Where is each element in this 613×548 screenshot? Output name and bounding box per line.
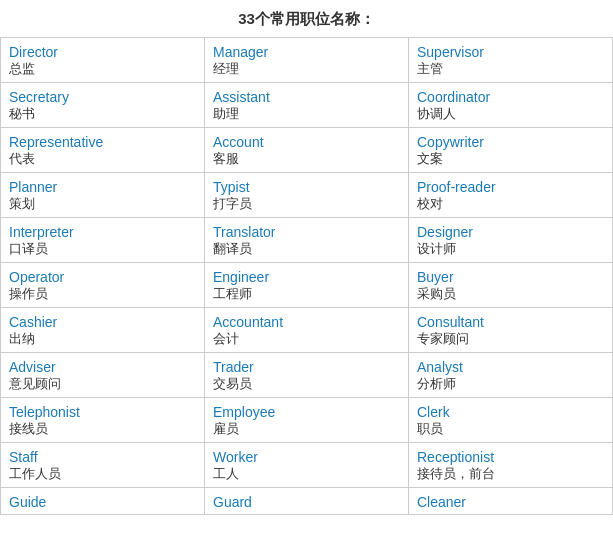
job-english: Guide	[9, 494, 196, 510]
table-cell: Interpreter口译员	[1, 218, 205, 263]
job-english: Coordinator	[417, 89, 604, 105]
job-chinese: 接待员，前台	[417, 465, 604, 483]
job-english: Designer	[417, 224, 604, 240]
job-english: Secretary	[9, 89, 196, 105]
table-cell: Guard	[205, 488, 409, 515]
table-cell: Assistant助理	[205, 83, 409, 128]
job-chinese: 打字员	[213, 195, 400, 213]
table-cell: Trader交易员	[205, 353, 409, 398]
job-chinese: 工人	[213, 465, 400, 483]
job-english: Receptionist	[417, 449, 604, 465]
job-chinese: 总监	[9, 60, 196, 78]
table-cell: Supervisor主管	[409, 38, 613, 83]
job-english: Guard	[213, 494, 400, 510]
job-chinese: 口译员	[9, 240, 196, 258]
job-english: Cashier	[9, 314, 196, 330]
table-cell: Cleaner	[409, 488, 613, 515]
table-cell: Staff工作人员	[1, 443, 205, 488]
table-cell: Cashier出纳	[1, 308, 205, 353]
table-cell: Representative代表	[1, 128, 205, 173]
job-chinese: 采购员	[417, 285, 604, 303]
job-chinese: 意见顾问	[9, 375, 196, 393]
table-cell: Typist打字员	[205, 173, 409, 218]
job-chinese: 雇员	[213, 420, 400, 438]
table-cell: Receptionist接待员，前台	[409, 443, 613, 488]
table-cell: Copywriter文案	[409, 128, 613, 173]
table-cell: Analyst分析师	[409, 353, 613, 398]
job-chinese: 经理	[213, 60, 400, 78]
job-chinese: 校对	[417, 195, 604, 213]
job-chinese: 出纳	[9, 330, 196, 348]
job-english: Worker	[213, 449, 400, 465]
job-english: Account	[213, 134, 400, 150]
job-english: Clerk	[417, 404, 604, 420]
job-english: Buyer	[417, 269, 604, 285]
job-english: Interpreter	[9, 224, 196, 240]
job-english: Analyst	[417, 359, 604, 375]
job-english: Employee	[213, 404, 400, 420]
job-chinese: 工作人员	[9, 465, 196, 483]
job-chinese: 代表	[9, 150, 196, 168]
job-chinese: 接线员	[9, 420, 196, 438]
job-english: Engineer	[213, 269, 400, 285]
job-chinese: 协调人	[417, 105, 604, 123]
job-english: Translator	[213, 224, 400, 240]
job-english: Proof-reader	[417, 179, 604, 195]
job-chinese: 秘书	[9, 105, 196, 123]
job-english: Assistant	[213, 89, 400, 105]
job-chinese: 职员	[417, 420, 604, 438]
job-chinese: 翻译员	[213, 240, 400, 258]
job-chinese: 助理	[213, 105, 400, 123]
jobs-table: Director总监Manager经理Supervisor主管Secretary…	[0, 37, 613, 515]
table-cell: Accountant会计	[205, 308, 409, 353]
job-english: Manager	[213, 44, 400, 60]
table-cell: Buyer采购员	[409, 263, 613, 308]
table-cell: Coordinator协调人	[409, 83, 613, 128]
table-cell: Account客服	[205, 128, 409, 173]
table-cell: Worker工人	[205, 443, 409, 488]
job-english: Adviser	[9, 359, 196, 375]
job-english: Planner	[9, 179, 196, 195]
table-cell: Planner策划	[1, 173, 205, 218]
table-cell: Designer设计师	[409, 218, 613, 263]
table-cell: Consultant专家顾问	[409, 308, 613, 353]
table-cell: Adviser意见顾问	[1, 353, 205, 398]
job-english: Typist	[213, 179, 400, 195]
job-chinese: 主管	[417, 60, 604, 78]
table-cell: Manager经理	[205, 38, 409, 83]
job-english: Cleaner	[417, 494, 604, 510]
job-english: Consultant	[417, 314, 604, 330]
table-cell: Engineer工程师	[205, 263, 409, 308]
page-title: 33个常用职位名称：	[0, 0, 613, 37]
job-chinese: 策划	[9, 195, 196, 213]
table-cell: Secretary秘书	[1, 83, 205, 128]
job-english: Representative	[9, 134, 196, 150]
job-english: Supervisor	[417, 44, 604, 60]
table-cell: Director总监	[1, 38, 205, 83]
job-chinese: 工程师	[213, 285, 400, 303]
table-cell: Operator操作员	[1, 263, 205, 308]
table-cell: Clerk职员	[409, 398, 613, 443]
job-english: Copywriter	[417, 134, 604, 150]
job-english: Staff	[9, 449, 196, 465]
job-english: Telephonist	[9, 404, 196, 420]
job-chinese: 设计师	[417, 240, 604, 258]
job-chinese: 交易员	[213, 375, 400, 393]
table-cell: Employee雇员	[205, 398, 409, 443]
table-cell: Proof-reader校对	[409, 173, 613, 218]
job-english: Director	[9, 44, 196, 60]
job-english: Accountant	[213, 314, 400, 330]
table-cell: Translator翻译员	[205, 218, 409, 263]
job-chinese: 专家顾问	[417, 330, 604, 348]
job-english: Trader	[213, 359, 400, 375]
job-english: Operator	[9, 269, 196, 285]
job-chinese: 客服	[213, 150, 400, 168]
job-chinese: 会计	[213, 330, 400, 348]
job-chinese: 文案	[417, 150, 604, 168]
table-cell: Telephonist接线员	[1, 398, 205, 443]
job-chinese: 操作员	[9, 285, 196, 303]
job-chinese: 分析师	[417, 375, 604, 393]
table-cell: Guide	[1, 488, 205, 515]
